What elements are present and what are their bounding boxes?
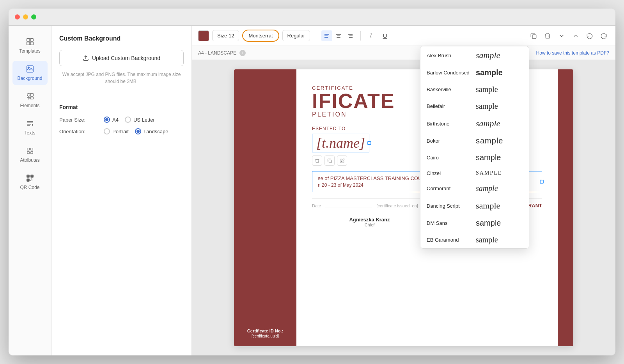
format-title: Format xyxy=(59,104,184,110)
titlebar xyxy=(9,9,615,26)
font-item-bokor[interactable]: Bokorsample xyxy=(420,133,529,149)
align-center-button[interactable] xyxy=(333,30,344,41)
save-pdf-help[interactable]: How to save this template as PDF? xyxy=(536,50,609,56)
svg-point-6 xyxy=(27,94,30,96)
underline-icon: U xyxy=(383,32,387,39)
sidebar-item-elements[interactable]: Elements xyxy=(12,88,48,112)
font-size-box[interactable]: Size 12 xyxy=(212,30,239,41)
font-item-birthstone[interactable]: Birthstonesample xyxy=(420,115,529,133)
svg-rect-18 xyxy=(27,180,28,181)
font-item-barlow-condensed[interactable]: Barlow Condensedsample xyxy=(420,64,529,81)
sig-line-1 xyxy=(342,215,397,215)
subtitle-bar: A4 - LANDSCAPE i How to save this templa… xyxy=(192,46,615,60)
cert-date-section: Date [certificate.issued_on] xyxy=(312,203,418,208)
font-item-dm-sans[interactable]: DM Sanssample xyxy=(420,215,529,231)
close-button[interactable] xyxy=(15,14,20,19)
svg-rect-10 xyxy=(30,148,33,150)
underline-button[interactable]: U xyxy=(379,30,390,41)
canvas-area: Size 12 Montserrat Regular xyxy=(192,26,615,355)
font-family-selector[interactable]: Montserrat xyxy=(242,30,279,42)
move-up-button[interactable] xyxy=(570,30,581,41)
cert-name[interactable]: [t.name] xyxy=(312,134,369,152)
svg-rect-30 xyxy=(329,160,332,163)
info-icon[interactable]: i xyxy=(239,50,246,56)
svg-rect-12 xyxy=(30,152,33,154)
sidebar-item-texts[interactable]: Texts xyxy=(12,115,48,140)
align-left-icon xyxy=(324,33,330,39)
minimize-button[interactable] xyxy=(23,14,28,19)
paper-size-group: A4 US Letter xyxy=(104,117,155,123)
radio-us-label: US Letter xyxy=(133,117,155,123)
radio-landscape-dot xyxy=(136,130,140,133)
toolbar: Size 12 Montserrat Regular xyxy=(192,26,615,46)
move-down-button[interactable] xyxy=(556,30,567,41)
radio-us-circle xyxy=(125,117,131,123)
font-item-cinzel[interactable]: CinzelSAMPLE xyxy=(420,166,529,180)
font-item-cairo[interactable]: Cairosample xyxy=(420,149,529,166)
italic-button[interactable]: I xyxy=(365,30,376,41)
duplicate-name-btn[interactable] xyxy=(324,155,335,166)
sidebar-item-templates[interactable]: Templates xyxy=(12,34,48,58)
sidebar-item-attributes[interactable]: Attributes xyxy=(12,143,48,167)
font-item-alex-brush[interactable]: Alex Brushsample xyxy=(420,46,529,64)
svg-rect-3 xyxy=(30,42,33,45)
elements-icon xyxy=(26,92,34,101)
radio-portrait[interactable]: Portrait xyxy=(104,128,129,134)
radio-landscape[interactable]: Landscape xyxy=(135,128,168,134)
svg-rect-29 xyxy=(532,35,536,39)
radio-us-letter[interactable]: US Letter xyxy=(125,117,155,123)
upload-hint: We accept JPG and PNG files. The maximum… xyxy=(59,71,184,85)
font-style-selector[interactable]: Regular xyxy=(282,30,310,41)
svg-rect-7 xyxy=(30,94,33,96)
undo-icon xyxy=(586,32,593,39)
font-item-ephesis[interactable]: Ephesissample xyxy=(420,248,529,249)
duplicate-button[interactable] xyxy=(528,30,539,41)
template-icon xyxy=(26,37,34,46)
maximize-button[interactable] xyxy=(31,14,36,19)
upload-icon xyxy=(83,55,89,61)
toolbar-right xyxy=(528,30,609,41)
issued-on: [certificate.issued_on] xyxy=(376,203,418,208)
align-left-button[interactable] xyxy=(321,30,332,41)
divider xyxy=(59,96,184,96)
font-dropdown[interactable]: Alex BrushsampleBarlow CondensedsampleBa… xyxy=(420,46,529,249)
upload-background-button[interactable]: Upload Custom Background xyxy=(59,50,184,66)
font-item-bellefair[interactable]: Bellefairsample xyxy=(420,98,529,115)
sig1-title: Chief xyxy=(342,223,397,227)
radio-a4-circle xyxy=(104,117,110,123)
sidebar-item-background[interactable]: Background xyxy=(12,61,48,85)
radio-portrait-label: Portrait xyxy=(112,129,129,134)
sidebar-item-qrcode[interactable]: QR Code xyxy=(12,170,48,194)
radio-landscape-label: Landscape xyxy=(144,129,168,134)
separator-1 xyxy=(315,31,315,41)
svg-rect-16 xyxy=(27,176,28,177)
paper-size-label: Paper Size: xyxy=(59,117,94,123)
font-item-eb-garamond[interactable]: EB Garamondsample xyxy=(420,231,529,248)
date-label: Date xyxy=(312,203,321,208)
delete-name-btn[interactable] xyxy=(312,155,322,166)
delete-button[interactable] xyxy=(542,30,553,41)
redo-button[interactable] xyxy=(598,30,609,41)
copy-icon xyxy=(327,158,332,163)
align-right-button[interactable] xyxy=(345,30,356,41)
svg-rect-11 xyxy=(27,152,29,154)
redo-icon xyxy=(600,32,607,39)
svg-rect-2 xyxy=(27,42,29,45)
color-swatch[interactable] xyxy=(198,30,209,41)
radio-a4-label: A4 xyxy=(112,117,119,123)
font-item-baskerville[interactable]: Baskervillesample xyxy=(420,81,529,98)
chevron-up-icon xyxy=(572,32,579,39)
font-item-cormorant[interactable]: Cormorantsample xyxy=(420,180,529,197)
radio-a4[interactable]: A4 xyxy=(104,117,119,123)
font-item-dancing-script[interactable]: Dancing Scriptsample xyxy=(420,197,529,215)
undo-button[interactable] xyxy=(584,30,595,41)
panel: Custom Background Upload Custom Backgrou… xyxy=(51,26,192,355)
course-resize-handle[interactable] xyxy=(540,180,544,184)
canvas-wrapper[interactable]: Certificate ID No.: [certificate.uuid] C… xyxy=(192,60,615,355)
resize-handle[interactable] xyxy=(367,141,371,145)
orientation-label: Orientation: xyxy=(59,129,94,134)
edit-name-btn[interactable] xyxy=(337,155,347,166)
cert-sig-1: Agnieszka Kranz Chief xyxy=(342,215,397,227)
radio-landscape-circle xyxy=(135,128,141,134)
align-group xyxy=(321,30,356,41)
